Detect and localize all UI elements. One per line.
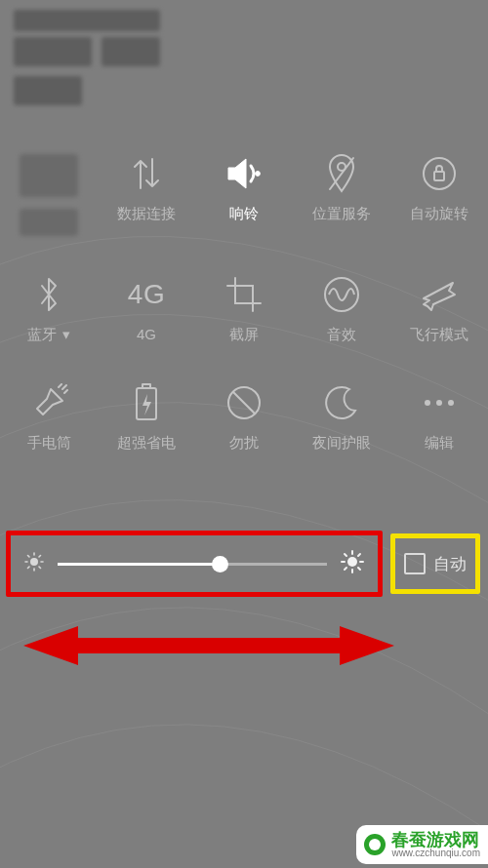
svg-line-21 (28, 556, 30, 558)
tile-night-mode[interactable]: 夜间护眼 (312, 383, 371, 453)
tile-label: 截屏 (229, 326, 259, 344)
tile-label: 数据连接 (117, 205, 176, 223)
wifi-label (20, 209, 78, 236)
annotation-arrow (23, 624, 394, 667)
brightness-slider[interactable] (58, 563, 327, 566)
tile-power-save[interactable]: 超强省电 (117, 383, 176, 453)
tile-label: 勿扰 (229, 434, 259, 453)
tile-4g[interactable]: 4G 4G (128, 275, 165, 344)
tile-screenshot[interactable]: 截屏 (225, 275, 263, 344)
brightness-high-icon (341, 550, 364, 577)
tile-label: 位置服务 (312, 205, 371, 223)
brightness-slider-highlight (6, 531, 383, 597)
moon-icon (324, 383, 359, 422)
data-arrows-icon (130, 154, 163, 193)
svg-point-15 (448, 400, 454, 406)
brightness-low-icon (24, 552, 44, 575)
tile-sound-effect[interactable]: 音效 (322, 275, 361, 344)
tile-bluetooth[interactable]: 蓝牙▾ (27, 275, 70, 344)
tile-airplane[interactable]: 飞行模式 (410, 275, 468, 344)
svg-line-24 (28, 567, 30, 569)
tile-label: 编辑 (425, 434, 454, 453)
quick-settings-grid: 数据连接 响铃 位置服务 自 (0, 154, 488, 453)
watermark-domain: www.czchunqiu.com (391, 848, 480, 858)
svg-line-7 (64, 390, 67, 393)
tile-edit[interactable]: 编辑 (420, 383, 459, 453)
svg-point-16 (30, 558, 38, 566)
svg-line-30 (345, 554, 346, 556)
watermark-brand: 春蚕游戏网 (391, 831, 480, 848)
speaker-icon (224, 154, 264, 193)
tile-label: 超强省电 (117, 434, 176, 453)
crop-icon (225, 275, 263, 314)
svg-line-23 (39, 556, 41, 558)
tile-dnd[interactable]: 勿扰 (224, 383, 264, 453)
svg-point-25 (347, 557, 357, 567)
svg-rect-10 (142, 384, 150, 388)
tile-label: 4G (137, 326, 156, 342)
dnd-icon (224, 383, 264, 422)
tile-flashlight[interactable]: 手电筒 (27, 383, 71, 453)
tile-label: 响铃 (229, 205, 259, 223)
airplane-icon (420, 275, 459, 314)
auto-brightness-checkbox[interactable] (404, 553, 426, 574)
svg-point-13 (425, 400, 430, 406)
bluetooth-icon (36, 275, 61, 314)
lock-rotate-icon (420, 154, 459, 193)
svg-point-3 (424, 158, 455, 189)
tile-label: 蓝牙▾ (27, 326, 70, 344)
auto-brightness-label: 自动 (433, 553, 467, 575)
svg-line-6 (59, 384, 61, 387)
tile-label: 飞行模式 (410, 326, 468, 344)
watermark: 春蚕游戏网 www.czchunqiu.com (356, 825, 488, 864)
watermark-logo-icon (364, 834, 386, 855)
tile-label: 手电筒 (27, 434, 71, 453)
wifi-icon (20, 154, 78, 197)
svg-line-12 (233, 392, 255, 414)
flashlight-icon (29, 383, 68, 422)
tile-label: 自动旋转 (410, 205, 468, 223)
tile-auto-rotate[interactable]: 自动旋转 (410, 154, 468, 236)
location-pin-icon (326, 154, 357, 193)
battery-charge-icon (133, 383, 160, 422)
svg-point-14 (436, 400, 442, 406)
svg-line-22 (39, 567, 41, 569)
svg-point-5 (325, 278, 358, 311)
tile-label: 音效 (327, 326, 356, 344)
chevron-down-icon: ▾ (62, 326, 70, 343)
svg-marker-34 (23, 626, 394, 665)
auto-brightness-highlight: 自动 (390, 533, 480, 594)
svg-line-32 (358, 554, 360, 556)
tile-label: 夜间护眼 (312, 434, 371, 453)
svg-line-33 (345, 568, 346, 570)
waveform-icon (322, 275, 361, 314)
svg-point-0 (256, 172, 261, 177)
tile-location[interactable]: 位置服务 (312, 154, 371, 236)
4g-icon: 4G (128, 275, 165, 314)
tile-ringer[interactable]: 响铃 (224, 154, 264, 236)
brightness-row: 自动 (6, 529, 482, 599)
notification-header (0, 0, 488, 115)
tile-wifi[interactable] (20, 154, 78, 236)
svg-line-31 (358, 568, 360, 570)
svg-rect-4 (434, 172, 444, 180)
svg-line-8 (62, 385, 66, 389)
tile-mobile-data[interactable]: 数据连接 (117, 154, 176, 236)
more-icon (420, 383, 459, 422)
